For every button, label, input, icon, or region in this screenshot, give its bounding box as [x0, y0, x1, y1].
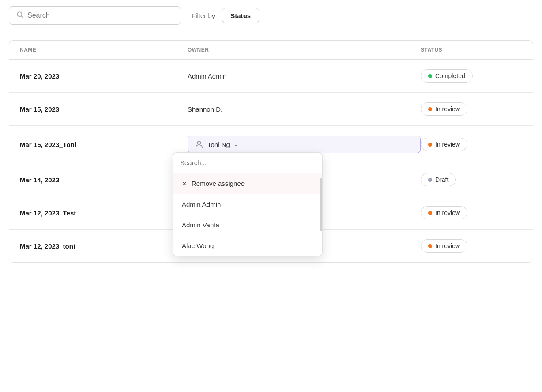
status-label: Draft: [435, 176, 448, 183]
row-name: Mar 15, 2023_Toni: [20, 141, 188, 148]
remove-assignee-label: Remove assignee: [192, 180, 245, 187]
dropdown-user-label: Alac Wong: [182, 242, 214, 249]
status-label: Completed: [435, 72, 465, 79]
svg-point-2: [197, 141, 200, 144]
row-name: Mar 20, 2023: [20, 72, 188, 80]
row-owner: Shannon D.: [188, 106, 421, 113]
owner-dropdown-menu: ✕ Remove assignee Admin Admin Admin Vant…: [173, 152, 323, 256]
status-dot: [428, 143, 432, 147]
status-badge: In review: [421, 102, 467, 116]
status-badge: In review: [421, 138, 467, 151]
status-badge: Draft: [421, 173, 456, 186]
row-name: Mar 12, 2023_toni: [20, 242, 188, 250]
row-name: Mar 14, 2023: [20, 176, 188, 184]
table-header: NAME OWNER STATUS: [9, 41, 533, 60]
top-bar: Filter by Status: [0, 0, 542, 31]
table-row: Mar 15, 2023 Shannon D. In review: [9, 93, 533, 126]
search-input[interactable]: [27, 11, 173, 19]
search-icon: [16, 11, 24, 20]
dropdown-user-item[interactable]: Alac Wong: [173, 235, 322, 256]
col-owner-header: OWNER: [188, 47, 421, 53]
status-badge: Completed: [421, 69, 473, 83]
arrow-annotation: [173, 196, 173, 212]
dropdown-search-input[interactable]: [180, 159, 315, 166]
dropdown-user-label: Admin Vanta: [182, 221, 219, 229]
dropdown-user-label: Admin Admin: [182, 200, 221, 208]
table-container: NAME OWNER STATUS Mar 20, 2023 Admin Adm…: [9, 40, 533, 263]
svg-line-1: [21, 16, 23, 18]
row-name: Mar 15, 2023: [20, 106, 188, 113]
avatar-icon: [194, 139, 204, 149]
dropdown-user-item[interactable]: Admin Vanta: [173, 215, 322, 235]
status-dot: [428, 107, 432, 111]
filter-label: Filter by: [192, 12, 215, 19]
status-label: In review: [435, 106, 460, 113]
row-owner: Admin Admin: [188, 72, 421, 80]
status-dot: [428, 178, 432, 182]
owner-dropdown-button[interactable]: Toni Ng ⌄: [188, 136, 421, 153]
status-dot: [428, 211, 432, 215]
status-label: In review: [435, 141, 460, 148]
chevron-down-icon: ⌄: [233, 141, 238, 147]
table-row-toni: Mar 15, 2023_Toni Toni Ng ⌄ In review: [9, 126, 533, 163]
status-dot: [428, 244, 432, 248]
col-name-header: NAME: [20, 47, 188, 53]
dropdown-scrollbar[interactable]: [320, 178, 322, 231]
dropdown-search-box: [173, 153, 322, 173]
search-box: [9, 6, 181, 25]
dropdown-user-item[interactable]: Admin Admin: [173, 194, 322, 215]
status-badge: In review: [421, 206, 467, 219]
status-label: In review: [435, 209, 460, 216]
status-filter-button[interactable]: Status: [222, 8, 259, 23]
col-status-header: STATUS: [421, 47, 522, 53]
remove-assignee-item[interactable]: ✕ Remove assignee: [173, 173, 322, 194]
arrow-svg: [173, 196, 173, 212]
x-icon: ✕: [182, 180, 187, 187]
owner-dropdown-label: Toni Ng: [207, 141, 230, 148]
table-row: Mar 20, 2023 Admin Admin Completed: [9, 60, 533, 93]
status-dot: [428, 74, 432, 78]
status-label: In review: [435, 242, 460, 249]
status-badge: In review: [421, 239, 467, 253]
row-name: Mar 12, 2023_Test: [20, 209, 188, 217]
